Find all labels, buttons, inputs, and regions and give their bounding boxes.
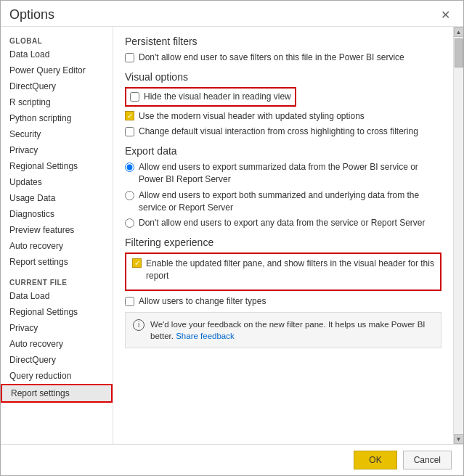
filtering-experience-title: Filtering experience — [125, 237, 441, 248]
main-content: Persistent filters Don't allow end user … — [113, 27, 453, 444]
sidebar-item-auto-recovery[interactable]: Auto recovery — [1, 238, 113, 254]
yellow-checkmark: ✓ — [125, 111, 134, 120]
sidebar-item-usage-data[interactable]: Usage Data — [1, 190, 113, 206]
export-radio3[interactable] — [125, 218, 134, 228]
sidebar-item-privacy[interactable]: Privacy — [1, 142, 113, 158]
visual-cross-filter-checkbox[interactable] — [125, 127, 134, 136]
ok-button[interactable]: OK — [354, 451, 396, 469]
filter-yellow-checkmark: ✓ — [132, 258, 142, 268]
scrollbar-thumb[interactable] — [455, 38, 463, 67]
current-file-section-label: CURRENT FILE — [1, 274, 113, 288]
export-radio2[interactable] — [125, 191, 134, 200]
export-radio1[interactable] — [125, 163, 134, 172]
dialog-title: Options — [9, 7, 54, 22]
visual-option1-text: Hide the visual header in reading view — [144, 91, 291, 103]
persistent-filters-title: Persistent filters — [125, 36, 441, 47]
dialog-body: GLOBAL Data Load Power Query Editor Dire… — [1, 27, 463, 444]
sidebar-item-r-scripting[interactable]: R scripting — [1, 94, 113, 110]
sidebar-item-regional[interactable]: Regional Settings — [1, 158, 113, 174]
filter-option1-row: ✓ Enable the updated filter pane, and sh… — [132, 258, 434, 282]
close-button[interactable]: ✕ — [436, 7, 455, 23]
change-filter-types-checkbox[interactable] — [125, 297, 134, 306]
sidebar: GLOBAL Data Load Power Query Editor Dire… — [1, 27, 113, 444]
sidebar-item-data-load[interactable]: Data Load — [1, 46, 113, 62]
info-icon: i — [133, 319, 145, 331]
visual-option1-highlight: Hide the visual header in reading view — [125, 87, 296, 107]
persistent-filters-option1-row: Don't allow end user to save filters on … — [125, 52, 441, 64]
export-option2-text: Allow end users to export both summarize… — [139, 189, 441, 214]
sidebar-item-python[interactable]: Python scripting — [1, 110, 113, 126]
filter-option2-text: Allow users to change filter types — [139, 295, 266, 308]
export-option1-row: Allow end users to export summarized dat… — [125, 161, 441, 186]
export-option2-row: Allow end users to export both summarize… — [125, 189, 441, 214]
sidebar-item-diagnostics[interactable]: Diagnostics — [1, 206, 113, 222]
sidebar-item-cf-directquery[interactable]: DirectQuery — [1, 352, 113, 368]
sidebar-item-cf-privacy[interactable]: Privacy — [1, 320, 113, 336]
scroll-up-button[interactable]: ▲ — [454, 27, 464, 37]
global-section-label: GLOBAL — [1, 33, 113, 46]
visual-options-title: Visual options — [125, 71, 441, 83]
sidebar-item-cf-auto-recovery[interactable]: Auto recovery — [1, 336, 113, 352]
persistent-filters-option1-text: Don't allow end user to save filters on … — [139, 52, 404, 64]
filter-option1-text: Enable the updated filter pane, and show… — [146, 258, 434, 282]
scroll-down-button[interactable]: ▼ — [454, 434, 464, 444]
options-dialog: Options ✕ GLOBAL Data Load Power Query E… — [0, 0, 464, 476]
export-option3-text: Don't allow end users to export any data… — [139, 217, 425, 229]
export-option1-text: Allow end users to export summarized dat… — [139, 161, 441, 186]
dialog-footer: OK Cancel — [1, 444, 463, 475]
filter-option2-row: Allow users to change filter types — [125, 295, 441, 308]
share-feedback-link[interactable]: Share feedback — [176, 332, 235, 340]
sidebar-item-cf-data-load[interactable]: Data Load — [1, 288, 113, 304]
visual-option2-text: Use the modern visual header with update… — [139, 110, 365, 123]
export-data-title: Export data — [125, 145, 441, 157]
sidebar-item-cf-query-reduction[interactable]: Query reduction — [1, 368, 113, 384]
visual-option2-row: ✓ Use the modern visual header with upda… — [125, 110, 441, 123]
persistent-filters-checkbox[interactable] — [125, 53, 134, 62]
sidebar-item-updates[interactable]: Updates — [1, 174, 113, 190]
title-bar: Options ✕ — [1, 1, 463, 27]
visual-header-reading-view-checkbox[interactable] — [130, 92, 139, 102]
info-box: i We'd love your feedback on the new fil… — [125, 312, 441, 348]
scrollbar: ▲ ▼ — [453, 27, 463, 444]
visual-option3-text: Change default visual interaction from c… — [139, 126, 418, 138]
sidebar-item-cf-report-settings[interactable]: Report settings — [1, 384, 113, 403]
sidebar-item-report-settings-global[interactable]: Report settings — [1, 254, 113, 270]
export-option3-row: Don't allow end users to export any data… — [125, 217, 441, 229]
info-text: We'd love your feedback on the new filte… — [150, 319, 434, 342]
sidebar-item-directquery[interactable]: DirectQuery — [1, 78, 113, 94]
sidebar-item-power-query[interactable]: Power Query Editor — [1, 62, 113, 78]
filter-option1-highlight: ✓ Enable the updated filter pane, and sh… — [125, 253, 441, 291]
sidebar-item-security[interactable]: Security — [1, 126, 113, 142]
sidebar-item-preview[interactable]: Preview features — [1, 222, 113, 238]
sidebar-item-cf-regional[interactable]: Regional Settings — [1, 304, 113, 320]
visual-option3-row: Change default visual interaction from c… — [125, 126, 441, 138]
cancel-button[interactable]: Cancel — [403, 451, 452, 469]
